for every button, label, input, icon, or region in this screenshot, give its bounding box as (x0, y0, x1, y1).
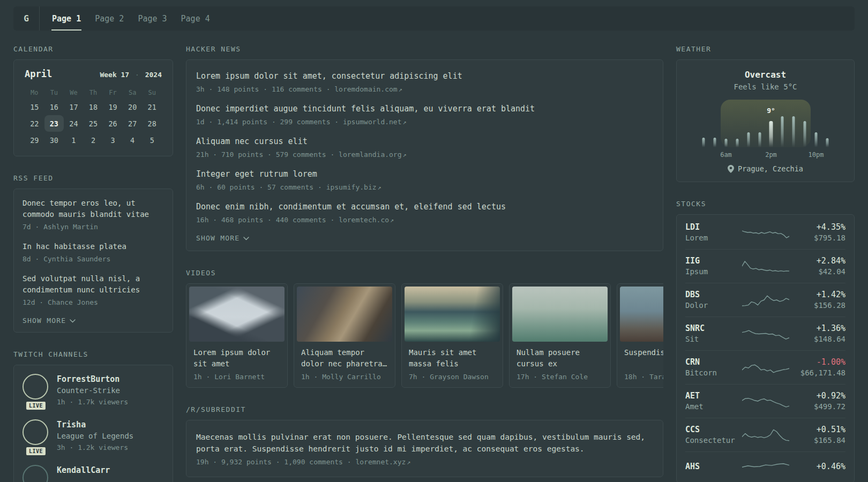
hn-item-domain-link[interactable]: ipsumify.biz (326, 183, 377, 191)
twitch-channel-meta: 3h · 1.2k viewers (57, 442, 133, 453)
weather-location: Prague, Czechia (738, 164, 803, 173)
hn-item-meta: 21h · 710 points · 579 comments · loreml… (196, 150, 653, 160)
weather-temp-bar (815, 132, 818, 147)
video-card[interactable]: Mauris sit amet massa felis 7h · Grayson… (401, 283, 503, 388)
weather-section-title: WEATHER (676, 45, 855, 53)
calendar-day: 19 (103, 99, 123, 115)
subreddit-post-domain-link[interactable]: loremnet.xyz (355, 458, 406, 466)
video-card[interactable]: Aliquam tempor dolor nec pharetra… 1h · … (294, 283, 395, 388)
twitch-channel-row[interactable]: KendallCarr (23, 465, 164, 482)
calendar-day: 21 (142, 99, 162, 115)
app-logo[interactable]: G (13, 6, 39, 31)
hn-item-title[interactable]: Aliquam nec cursus elit (196, 136, 653, 147)
calendar-day-number: 25 (89, 119, 98, 128)
calendar-weekday-label: Mo (25, 89, 44, 96)
page-tab[interactable]: Page 4 (174, 6, 217, 31)
rss-item-title[interactable]: In hac habitasse platea (23, 241, 164, 252)
weather-location-row: Prague, Czechia (685, 164, 845, 173)
stock-change: -1.00% (789, 356, 846, 368)
twitch-channel-name[interactable]: KendallCarr (57, 465, 110, 476)
subreddit-post-title[interactable]: Maecenas mollis pulvinar erat non posuer… (196, 431, 653, 455)
live-badge: LIVE (25, 446, 47, 456)
subreddit-post: Maecenas mollis pulvinar erat non posuer… (196, 431, 653, 466)
page-tab[interactable]: Page 2 (88, 6, 131, 31)
hn-item-meta: 16h · 468 points · 440 comments · loremt… (196, 215, 653, 225)
hn-item-title[interactable]: Donec imperdiet augue tincidunt felis al… (196, 103, 653, 115)
twitch-channel-name[interactable]: Trisha (57, 419, 133, 431)
stock-row[interactable]: CRN Bitcorn -1.00% $66,171.48 (685, 350, 845, 384)
twitch-channel-name[interactable]: ForrestBurton (57, 374, 128, 385)
page-tab[interactable]: Page 1 (45, 6, 88, 31)
calendar-day: 25 (84, 115, 103, 132)
hacker-news-item: Lorem ipsum dolor sit amet, consectetur … (196, 71, 653, 94)
avatar-image (25, 467, 46, 482)
stock-change: +0.46% (789, 461, 846, 472)
stock-sparkline (742, 291, 789, 309)
hn-show-more-button[interactable]: SHOW MORE (196, 234, 653, 242)
calendar-day: 5 (142, 132, 162, 148)
twitch-channel-row[interactable]: LIVE Trisha League of Legends 3h · 1.2k … (23, 419, 164, 453)
hn-item-stats: 3h · 148 points · 116 comments · (196, 85, 330, 93)
hacker-news-item: Donec imperdiet augue tincidunt felis al… (196, 103, 653, 127)
left-column: CALENDAR April Week 17 · 2024 MoTuWeThFr… (13, 45, 173, 482)
stock-ticker: CCS (685, 424, 742, 435)
stock-row[interactable]: DBS Dolor +1.42% $156.28 (685, 283, 845, 317)
page-tabs: Page 1Page 2Page 3Page 4 (45, 6, 217, 31)
video-title: Mauris sit amet massa felis (409, 347, 496, 370)
page-tab[interactable]: Page 3 (131, 6, 174, 31)
video-thumbnail (297, 287, 392, 342)
stock-row[interactable]: LDI Lorem +4.35% $795.18 (685, 216, 845, 249)
calendar-day-number: 15 (30, 103, 39, 111)
hn-item-domain-link[interactable]: ipsumworld.net (343, 118, 402, 126)
weather-temp-bar (826, 138, 829, 147)
stock-row[interactable]: CCS Consectetur +0.51% $165.84 (685, 418, 845, 451)
stock-row[interactable]: IIG Ipsum +2.84% $42.04 (685, 249, 845, 283)
rss-widget: Donec tempor eros leo, ut commodo mauris… (13, 189, 173, 333)
twitch-channel-row[interactable]: LIVE ForrestBurton Counter-Strike 1h · 1… (23, 374, 164, 407)
stock-name: Ipsum (685, 267, 742, 277)
video-meta: 1h · Molly Carrillo (301, 373, 388, 381)
rss-show-more-button[interactable]: SHOW MORE (23, 317, 164, 325)
twitch-channel-category: League of Legends (57, 431, 133, 442)
video-thumbnail (512, 287, 608, 342)
calendar-section: CALENDAR April Week 17 · 2024 MoTuWeThFr… (13, 45, 173, 156)
stock-row[interactable]: AET Amet +0.92% $499.72 (685, 384, 845, 418)
hn-item-title[interactable]: Integer eget rutrum lorem (196, 169, 653, 180)
calendar-day: 26 (103, 115, 123, 132)
hn-show-more-label: SHOW MORE (196, 234, 240, 242)
video-card[interactable]: Suspendisse diam 18h · Tara (617, 283, 663, 388)
twitch-channel-info: Trisha League of Legends 3h · 1.2k viewe… (57, 419, 133, 453)
rss-item-title[interactable]: Sed volutpat nulla nisl, a condimentum n… (23, 273, 164, 296)
rss-item-title[interactable]: Donec tempor eros leo, ut commodo mauris… (23, 198, 164, 220)
hacker-news-widget: Lorem ipsum dolor sit amet, consectetur … (186, 59, 663, 251)
hn-item-domain-link[interactable]: loremtech.co (339, 216, 389, 224)
twitch-channel-info: ForrestBurton Counter-Strike 1h · 1.7k v… (57, 374, 128, 407)
calendar-day: 30 (44, 132, 64, 148)
rss-item-meta: 12d · Chance Jones (23, 298, 164, 307)
hn-item-domain-link[interactable]: loremlandia.org (339, 150, 401, 159)
calendar-week-year: Week 17 · 2024 (100, 71, 162, 79)
video-card[interactable]: Lorem ipsum dolor sit amet consectetu… 1… (186, 283, 288, 388)
calendar-day-number: 18 (89, 103, 98, 111)
hn-item-domain-link[interactable]: loremdomain.com (334, 85, 397, 93)
calendar-header: April Week 17 · 2024 (25, 69, 162, 79)
stock-ticker: DBS (685, 289, 742, 300)
stock-price: $156.28 (789, 300, 846, 311)
calendar-day: 22 (25, 115, 44, 132)
hn-item-title[interactable]: Lorem ipsum dolor sit amet, consectetur … (196, 71, 653, 82)
rss-item: In hac habitasse platea 8d · Cynthia Sau… (23, 241, 164, 264)
video-thumbnail (620, 287, 663, 342)
stock-row[interactable]: AHS +0.46% (685, 451, 845, 481)
video-card[interactable]: Nullam posuere cursus ex 17h · Stefan Co… (509, 283, 611, 388)
avatar (23, 465, 48, 482)
avatar (23, 419, 48, 445)
stock-sparkline (742, 257, 789, 275)
weather-hour-column: 10pm (811, 100, 822, 147)
calendar-weekday-label: We (64, 89, 84, 96)
stock-values: +0.92% $499.72 (789, 390, 846, 412)
rss-item: Donec tempor eros leo, ut commodo mauris… (23, 198, 164, 232)
weather-hour-column (732, 100, 743, 147)
hn-item-title[interactable]: Donec enim nibh, condimentum et accumsan… (196, 201, 653, 213)
calendar-day-number: 4 (130, 136, 134, 145)
stock-row[interactable]: SNRC Sit +1.36% $148.64 (685, 317, 845, 350)
